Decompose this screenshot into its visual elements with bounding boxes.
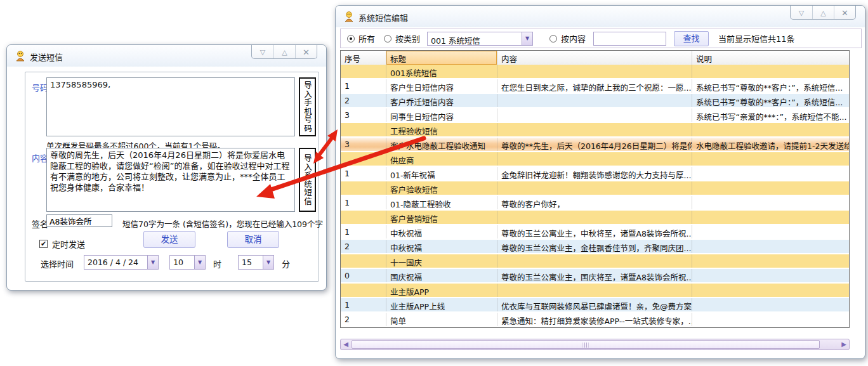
cell-note: 系统已书写“尊敬的**客户：”，系统短信... (692, 79, 849, 93)
send-button[interactable]: 发送 (143, 231, 195, 248)
cell-seq: 1 (341, 298, 386, 311)
schedule-checkbox-label: 定时发送 (52, 238, 85, 250)
scrollbar-thumb[interactable] (352, 340, 820, 349)
chevron-down-icon[interactable]: ▼ (194, 256, 205, 269)
cell-note (692, 298, 849, 311)
table-group-row[interactable]: 001系统短信 (341, 65, 849, 79)
cell-content: 金兔辞旧祥龙迎新！翱翔装饰感谢您的大力支持与厚... (497, 167, 692, 180)
cell-content (497, 65, 692, 78)
cell-content (497, 108, 692, 122)
table-row[interactable]: 3客户水电隐蔽工程验收通知尊敬的**先生，后天（2016年4月26日星期二）将是… (341, 138, 849, 152)
cell-seq (341, 152, 386, 166)
filter-toolbar: 所有 按类别 001 系统短信 ▼ 按内容 查找 当前显示短信共11条 (340, 29, 862, 48)
cell-title: 供应商 (386, 152, 497, 166)
filter-by-content-radio[interactable] (549, 35, 557, 42)
cell-note (692, 181, 849, 195)
cell-content: 尊敬的玉兰公寓业主，国庆将至，诸暨A8装饰会所祝... (497, 269, 692, 282)
cell-title: 业主版APP上线 (386, 298, 497, 311)
window-title: 发送短信 (30, 51, 63, 63)
content-search-input[interactable] (593, 32, 666, 46)
date-select[interactable]: 2016 / 4 / 24 ▼ (84, 255, 159, 270)
app-icon (343, 11, 355, 22)
filter-all-radio[interactable] (347, 35, 355, 42)
table-row[interactable]: 2客户乔迁短信内容系统已书写“尊敬的**客户：”，系统短信... (341, 94, 849, 108)
minute-select[interactable]: 15 ▼ (238, 255, 274, 270)
chevron-down-icon[interactable]: ▼ (263, 256, 273, 269)
date-value: 2016 / 4 / 24 (84, 256, 147, 269)
table-row[interactable]: 2中秋祝福尊敬的玉兰公寓业主，金桂飘香佳节到，齐聚同庆团... (341, 240, 849, 254)
header-title[interactable]: 标题 (386, 51, 497, 65)
filter-all-label: 所有 (358, 32, 375, 44)
table-row[interactable]: 2简单紧急通知：精打细算爱家装修APP--一站式装修专家，... (341, 313, 849, 327)
cell-title: 国庆祝福 (386, 269, 497, 282)
minimize-icon[interactable]: ▽ (791, 6, 812, 20)
cell-content: 尊敬的**先生，后天（2016年4月26日星期二）将是你... (497, 138, 692, 151)
close-icon[interactable]: ✕ (834, 6, 855, 20)
header-content[interactable]: 内容 (497, 51, 692, 65)
signature-input[interactable] (46, 214, 112, 227)
table-group-row[interactable]: 客户验收短信 (341, 181, 849, 196)
table-group-row[interactable]: 供应商 (341, 152, 849, 167)
scroll-right-icon[interactable]: ▶ (839, 339, 849, 350)
cell-seq: 1 (341, 225, 386, 239)
cell-title: 01-新年祝福 (386, 167, 497, 180)
cell-content (497, 123, 692, 136)
cell-seq: 3 (341, 138, 386, 151)
cell-seq: 3 (341, 108, 386, 122)
table-group-row[interactable]: 客户营销短信 (341, 211, 849, 225)
cell-seq: 1 (341, 167, 386, 180)
cell-note (692, 65, 849, 78)
table-row[interactable]: 3同事生日短信内容系统已书写“亲爱的***：”，系统短信不能... (341, 108, 849, 123)
table-row[interactable]: 101-新年祝福金兔辞旧祥龙迎新！翱翔装饰感谢您的大力支持与厚... (341, 167, 849, 181)
cell-note (692, 225, 849, 239)
cell-note (692, 284, 849, 297)
table-row[interactable]: 1客户生日短信内容在您生日到来之际，诚挚的献上我的三个祝愿：一愿...系统已书写… (341, 79, 849, 94)
cell-content (497, 284, 692, 297)
schedule-checkbox[interactable]: ✔ (39, 240, 48, 248)
category-select[interactable]: 001 系统短信 ▼ (427, 32, 533, 46)
chevron-down-icon[interactable]: ▼ (147, 256, 158, 269)
send-sms-window: 发送短信 ▽ △ ✕ 号码 13758585969, 导入手机号码 单次群发号码… (6, 44, 327, 291)
content-input[interactable]: 尊敬的周先生，后天（2016年4月26日星期二）将是你爱居水电隐蔽工程的验收，请… (46, 148, 295, 212)
schedule-send-option[interactable]: ✔ 定时发送 (39, 238, 85, 250)
send-window-titlebar[interactable]: 发送短信 ▽ △ ✕ (7, 45, 326, 67)
cell-seq (341, 181, 386, 195)
horizontal-scrollbar[interactable]: ◀ ▶ (340, 339, 850, 350)
window-controls: ▽ △ ✕ (790, 6, 856, 20)
cell-seq: 0 (341, 269, 386, 282)
table-group-row[interactable]: 工程验收短信 (341, 123, 849, 138)
maximize-icon[interactable]: △ (273, 45, 295, 59)
maximize-icon[interactable]: △ (812, 6, 834, 20)
table-group-row[interactable]: 十一国庆 (341, 254, 849, 269)
cell-seq: 2 (341, 240, 386, 253)
number-input[interactable]: 13758585969, (46, 77, 295, 136)
table-row[interactable]: 0国庆祝福尊敬的玉兰公寓业主，国庆将至，诸暨A8装饰会所祝... (341, 269, 849, 284)
import-system-sms-button[interactable]: 导入系统短信 (299, 148, 316, 212)
header-seq[interactable]: 序号 (341, 51, 386, 65)
desktop: { "annotation": { "arrow_color": "#e4231… (0, 0, 868, 366)
cell-note (692, 240, 849, 253)
window-controls: ▽ △ ✕ (251, 45, 317, 59)
table-group-row[interactable]: 业主版APP (341, 284, 849, 298)
close-icon[interactable]: ✕ (295, 45, 317, 59)
cancel-button[interactable]: 取消 (227, 231, 279, 248)
header-note[interactable]: 说明 (692, 51, 849, 65)
cell-content: 优衣库与互联网装修风暴已肆虐诸暨！亲，免@费方案... (497, 298, 692, 311)
edit-window-titlebar[interactable]: 系统短信编辑 ▽ △ ✕ (336, 6, 865, 27)
chevron-down-icon[interactable]: ▼ (522, 32, 532, 45)
time-label: 选择时间 (41, 258, 74, 270)
search-button[interactable]: 查找 (674, 31, 709, 46)
scroll-left-icon[interactable]: ◀ (341, 339, 351, 350)
minute-unit-label: 分 (282, 258, 290, 270)
filter-by-category-radio[interactable] (384, 35, 391, 42)
table-row[interactable]: 101-隐蔽工程验收尊敬的客户你好， (341, 196, 849, 211)
sms-table-body: 001系统短信1客户生日短信内容在您生日到来之际，诚挚的献上我的三个祝愿：一愿.… (341, 65, 849, 327)
cell-note (692, 313, 849, 326)
table-row[interactable]: 1业主版APP上线优衣库与互联网装修风暴已肆虐诸暨！亲，免@费方案... (341, 298, 849, 313)
cell-content (497, 211, 692, 224)
system-sms-edit-window: 系统短信编辑 ▽ △ ✕ 所有 按类别 001 系统短信 ▼ 按内容 查找 当前… (335, 5, 865, 359)
table-row[interactable]: 1中秋祝福尊敬的玉兰公寓业主，中秋将至，诸暨A8装饰会所祝... (341, 225, 849, 240)
import-phone-numbers-button[interactable]: 导入手机号码 (299, 77, 316, 136)
minimize-icon[interactable]: ▽ (252, 45, 273, 59)
hour-select[interactable]: 10 ▼ (169, 255, 206, 270)
